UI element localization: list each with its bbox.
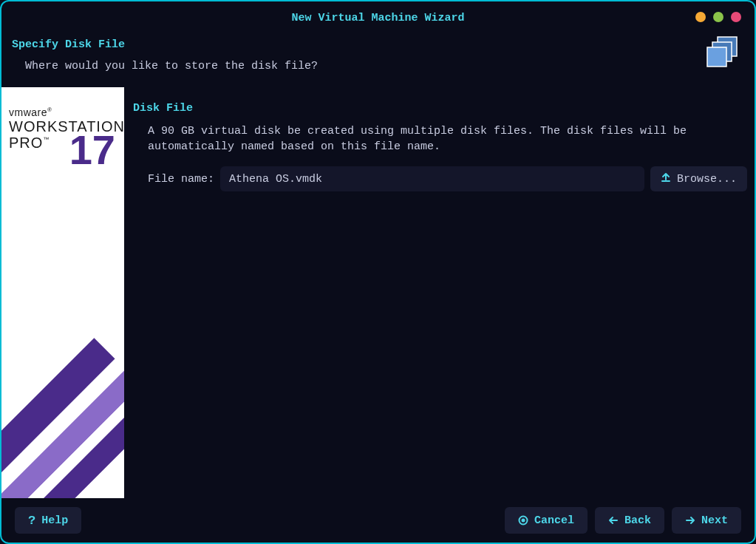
next-label: Next [701,514,728,527]
svg-rect-2 [707,47,726,67]
section-description: A 90 GB virtual disk be created using mu… [148,123,747,154]
browse-label: Browse... [677,173,737,186]
wizard-header: Specify Disk File Where would you like t… [1,34,755,87]
file-name-input[interactable] [220,166,644,191]
upload-icon [661,172,671,186]
back-button[interactable]: Back [595,507,664,534]
maximize-button[interactable] [713,12,723,22]
help-icon: ? [28,514,35,528]
file-name-row: File name: Browse... [148,166,747,191]
cancel-icon [518,515,528,526]
help-label: Help [41,514,68,527]
disk-stack-icon [704,34,741,75]
brand-vendor: vmware [9,106,47,118]
wizard-content: Disk File A 90 GB virtual disk be create… [124,87,755,498]
sidebar-brand-panel: vmware® WORKSTATION PRO™ 17 [1,87,124,498]
close-button[interactable] [731,12,741,22]
section-title: Disk File [133,102,747,115]
back-label: Back [624,514,651,527]
wizard-window: New Virtual Machine Wizard Specify Disk … [0,0,756,544]
arrow-right-icon [685,515,695,526]
next-button[interactable]: Next [672,507,741,534]
window-title: New Virtual Machine Wizard [291,12,464,24]
svg-point-4 [521,519,525,523]
browse-button[interactable]: Browse... [650,166,747,191]
step-title: Specify Disk File [12,38,744,51]
titlebar: New Virtual Machine Wizard [1,1,755,34]
help-button[interactable]: ? Help [15,507,81,534]
arrow-left-icon [608,515,619,526]
wizard-body: vmware® WORKSTATION PRO™ 17 Disk File A … [1,87,755,498]
file-name-label: File name: [148,173,214,186]
traffic-lights [695,12,741,22]
cancel-label: Cancel [534,514,574,527]
step-subtitle: Where would you like to store the disk f… [25,60,744,72]
cancel-button[interactable]: Cancel [505,507,588,534]
decorative-stripes [1,338,124,498]
minimize-button[interactable] [695,12,706,22]
brand-edition: PRO [9,135,43,151]
wizard-footer: ? Help Cancel Back [1,498,755,543]
brand-version: 17 [69,126,115,174]
